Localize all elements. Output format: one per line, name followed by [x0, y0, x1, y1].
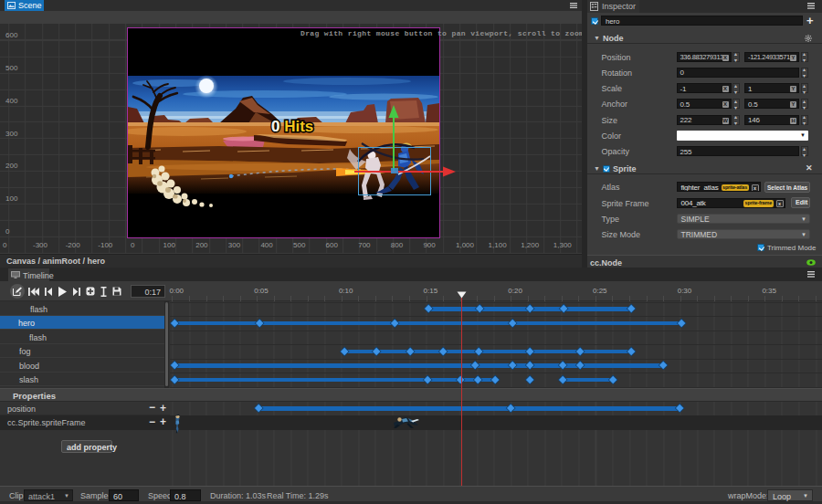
svg-text:0: 0 — [271, 118, 279, 135]
